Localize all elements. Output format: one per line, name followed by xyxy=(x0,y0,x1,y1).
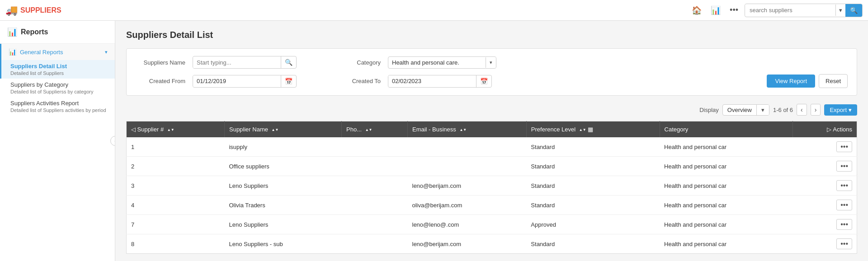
col-label-email: Email - Business xyxy=(412,126,456,133)
view-report-button[interactable]: View Report xyxy=(767,75,815,88)
cell-email: leno@berijam.com xyxy=(408,234,527,254)
export-button[interactable]: Export ▾ xyxy=(824,104,857,116)
cell-supplier-num: 7 xyxy=(127,215,225,234)
preference-filter-icon: ▦ xyxy=(588,126,593,133)
chevron-down-icon: ▾ xyxy=(839,7,842,14)
display-select-wrap: Overview ▾ xyxy=(722,104,769,116)
suppliers-name-input-wrap: 🔍 xyxy=(193,56,297,69)
cell-supplier-num: 8 xyxy=(127,234,225,254)
pagination-next-button[interactable]: › xyxy=(811,104,821,116)
row-actions-button[interactable]: ••• xyxy=(836,141,852,152)
main-content: Suppliers Detail List Suppliers Name 🔍 C… xyxy=(115,21,868,261)
chart-button[interactable]: 📊 xyxy=(708,4,723,17)
cell-category: Health and personal car xyxy=(660,196,793,215)
page-title: Suppliers Detail List xyxy=(126,30,857,40)
truck-icon: 🚚 xyxy=(5,5,18,16)
col-header-supplier-num[interactable]: ◁ Supplier # ▲▼ xyxy=(127,121,225,138)
sidebar-group-label: General Reports xyxy=(20,49,101,56)
created-to-calendar-button[interactable]: 📅 xyxy=(476,75,491,87)
display-select-dropdown-icon[interactable]: ▾ xyxy=(756,105,769,115)
category-value: Health and personal care. xyxy=(388,57,486,68)
filter-actions: View Report Reset xyxy=(767,74,848,88)
sidebar-item-subtitle-0: Detailed list of Suppliers xyxy=(10,70,108,76)
col-label-phone: Pho... xyxy=(346,126,362,133)
cell-supplier-num: 3 xyxy=(127,176,225,196)
col-label-actions: ▷ Actions xyxy=(827,126,852,133)
sidebar-item-suppliers-by-category[interactable]: Suppliers by Category Detailed list of S… xyxy=(0,79,115,97)
cell-supplier-num: 4 xyxy=(127,196,225,215)
sort-icons-supplier-num: ▲▼ xyxy=(167,128,175,132)
col-header-preference[interactable]: Preference Level ▲▼ ▦ xyxy=(526,121,660,138)
created-to-label: Created To xyxy=(331,78,381,84)
sidebar-item-suppliers-activities[interactable]: Suppliers Activities Report Detailed lis… xyxy=(0,97,115,116)
reports-bar-icon: 📊 xyxy=(7,27,17,37)
col-header-phone[interactable]: Pho... ▲▼ xyxy=(342,121,408,138)
search-input[interactable] xyxy=(745,5,835,16)
sidebar-collapse-button[interactable]: ‹ xyxy=(110,136,115,146)
table-row: 8 Leno Suppliers - sub leno@berijam.com … xyxy=(127,234,857,254)
cell-actions: ••• xyxy=(793,215,857,234)
cell-preference: Approved xyxy=(526,215,660,234)
navbar-icons: 🏠 📊 ••• ▾ 🔍 xyxy=(689,4,863,17)
row-actions-button[interactable]: ••• xyxy=(836,219,852,230)
suppliers-name-label: Suppliers Name xyxy=(136,59,185,66)
cell-supplier-name: Office suppliers xyxy=(224,157,341,176)
navbar: 🚚 SUPPLIERS 🏠 📊 ••• ▾ 🔍 xyxy=(0,0,868,21)
sort-icons-email: ▲▼ xyxy=(459,128,467,132)
cell-preference: Standard xyxy=(526,176,660,196)
created-to-input-wrap: 📅 xyxy=(388,75,492,88)
pagination-prev-button[interactable]: ‹ xyxy=(797,104,807,116)
category-label: Category xyxy=(331,59,381,66)
sidebar-item-subtitle-2: Detailed list of Suppliers activities by… xyxy=(10,107,108,113)
search-icon: 🔍 xyxy=(850,7,858,14)
category-select-wrap: Health and personal care. ▾ xyxy=(388,56,496,69)
col-label-supplier-name: Supplier Name xyxy=(229,126,268,133)
cell-actions: ••• xyxy=(793,196,857,215)
cell-supplier-name: Leno Suppliers xyxy=(224,215,341,234)
cell-preference: Standard xyxy=(526,196,660,215)
cell-category: Health and personal car xyxy=(660,157,793,176)
cell-phone xyxy=(342,176,408,196)
cell-preference: Standard xyxy=(526,234,660,254)
created-to-input[interactable] xyxy=(388,75,476,87)
suppliers-name-input[interactable] xyxy=(193,57,281,68)
sidebar-item-title-2: Suppliers Activities Report xyxy=(10,100,108,107)
col-label-supplier-num: ◁ Supplier # xyxy=(131,126,164,133)
sidebar-group-header[interactable]: 📊 General Reports ▾ xyxy=(0,44,115,60)
col-header-email[interactable]: Email - Business ▲▼ xyxy=(408,121,527,138)
created-from-calendar-button[interactable]: 📅 xyxy=(281,75,296,87)
reset-button[interactable]: Reset xyxy=(819,74,848,88)
row-actions-button[interactable]: ••• xyxy=(836,180,852,191)
more-button[interactable]: ••• xyxy=(727,4,741,17)
col-header-category[interactable]: Category xyxy=(660,121,793,138)
home-button[interactable]: 🏠 xyxy=(689,4,704,17)
suppliers-name-search-button[interactable]: 🔍 xyxy=(281,56,296,68)
cell-phone xyxy=(342,215,408,234)
pagination-info: 1-6 of 6 xyxy=(773,107,793,113)
sidebar-item-suppliers-detail[interactable]: Suppliers Detail List Detailed list of S… xyxy=(0,60,115,79)
cell-supplier-name: Leno Suppliers - sub xyxy=(224,234,341,254)
search-dropdown-button[interactable]: ▾ xyxy=(835,5,845,16)
table-row: 7 Leno Suppliers leno@leno@.com Approved… xyxy=(127,215,857,234)
col-header-supplier-name[interactable]: Supplier Name ▲▼ xyxy=(224,121,341,138)
table-toolbar: Display Overview ▾ 1-6 of 6 ‹ › Export ▾ xyxy=(126,102,857,117)
suppliers-table: ◁ Supplier # ▲▼ Supplier Name ▲▼ Pho... … xyxy=(126,121,857,254)
category-dropdown-icon[interactable]: ▾ xyxy=(486,57,496,68)
created-from-input-wrap: 📅 xyxy=(193,75,297,88)
cell-supplier-num: 1 xyxy=(127,137,225,157)
search-go-button[interactable]: 🔍 xyxy=(845,4,862,17)
row-actions-button[interactable]: ••• xyxy=(836,238,852,249)
cell-preference: Standard xyxy=(526,137,660,157)
cell-category: Health and personal car xyxy=(660,137,793,157)
row-actions-button[interactable]: ••• xyxy=(836,161,852,172)
cell-email: leno@leno@.com xyxy=(408,215,527,234)
created-from-input[interactable] xyxy=(193,75,281,87)
row-actions-button[interactable]: ••• xyxy=(836,200,852,210)
table-scroll: ◁ Supplier # ▲▼ Supplier Name ▲▼ Pho... … xyxy=(126,121,857,254)
filter-row-2: Created From 📅 Created To 📅 View Report xyxy=(136,74,848,88)
chevron-down-icon: ▾ xyxy=(105,49,108,55)
col-header-actions: ▷ Actions xyxy=(793,121,857,138)
more-icon: ••• xyxy=(730,5,738,14)
created-from-label: Created From xyxy=(136,78,185,84)
display-label: Display xyxy=(699,107,719,113)
